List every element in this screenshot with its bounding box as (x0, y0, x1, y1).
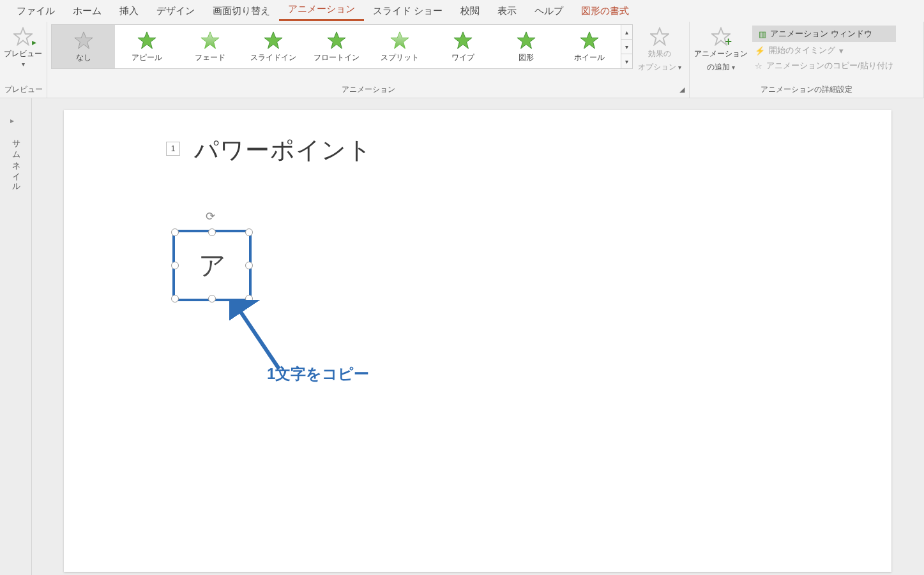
animation-dialog-launcher[interactable]: ◢ (678, 85, 686, 94)
resize-handle-t[interactable] (208, 228, 216, 236)
anim-appear-label: アピール (132, 52, 162, 63)
svg-marker-10 (651, 28, 669, 45)
ribbon-group-preview: プレビュー ▾ プレビュー (0, 22, 47, 98)
preview-star-icon (13, 27, 33, 46)
anim-none[interactable]: なし (52, 25, 115, 68)
slide-canvas[interactable]: 1 パワーポイント ⟳ ア 1文字をコピー (64, 110, 891, 572)
tab-file[interactable]: ファイル (8, 1, 64, 21)
svg-marker-8 (517, 31, 534, 48)
anim-split[interactable]: スプリット (368, 25, 431, 68)
tab-view[interactable]: 表示 (489, 1, 526, 21)
anim-floatin-label: フロートイン (314, 52, 360, 63)
tab-animations[interactable]: アニメーション (279, 0, 364, 21)
chevron-down-icon: ▾ (732, 64, 735, 71)
resize-handle-tr[interactable] (245, 228, 253, 236)
anim-shape-label: 図形 (519, 52, 534, 63)
anim-wheel[interactable]: ホイール (557, 25, 621, 68)
animation-pane-button[interactable]: ▥ アニメーション ウィンドウ (752, 26, 896, 42)
group-label-advanced: アニメーションの詳細設定 (690, 84, 923, 95)
gallery-prev-row[interactable]: ▴ (621, 25, 632, 40)
thumbnail-pane-label: サムネイル (10, 134, 22, 188)
content-area: ▸ サムネイル 1 パワーポイント ⟳ ア (0, 98, 924, 575)
tab-home[interactable]: ホーム (64, 1, 110, 21)
add-animation-icon (711, 27, 731, 46)
animation-pane-icon: ▥ (759, 29, 766, 39)
animation-order-badge[interactable]: 1 (166, 142, 180, 156)
svg-marker-5 (327, 31, 345, 48)
tab-transitions[interactable]: 画面切り替え (204, 1, 279, 21)
resize-handle-tl[interactable] (171, 228, 179, 236)
svg-line-12 (237, 306, 279, 369)
group-label-preview: プレビュー (0, 84, 47, 95)
resize-handle-bl[interactable] (171, 295, 179, 302)
effect-options-l1: 効果の (648, 49, 671, 59)
add-animation-button[interactable]: アニメーション の追加 ▾ (693, 24, 748, 73)
preview-button[interactable]: プレビュー ▾ (4, 24, 42, 68)
anim-appear[interactable]: アピール (115, 25, 178, 68)
trigger-button: ⚡ 開始のタイミング ▾ (752, 43, 896, 57)
effect-options-button: 効果の オプション ▾ (637, 24, 683, 73)
svg-marker-9 (580, 31, 598, 48)
svg-marker-11 (712, 28, 730, 45)
gallery-next-row[interactable]: ▾ (621, 40, 632, 54)
anim-fade[interactable]: フェード (178, 25, 241, 68)
chevron-down-icon: ▾ (839, 46, 844, 56)
gallery-spinner: ▴ ▾ ▾ (621, 24, 633, 69)
anim-wipe-label: ワイプ (451, 52, 474, 63)
tab-slideshow[interactable]: スライド ショー (364, 1, 451, 21)
star-appear-icon (137, 31, 156, 50)
svg-marker-1 (74, 31, 92, 48)
resize-handle-r[interactable] (245, 262, 253, 269)
ribbon: プレビュー ▾ プレビュー なし アピール (0, 22, 924, 98)
resize-handle-l[interactable] (171, 262, 179, 269)
anim-flyin[interactable]: スライドイン (241, 25, 305, 68)
anim-none-label: なし (76, 52, 91, 63)
effect-options-l2: オプション (638, 63, 676, 71)
add-animation-l1: アニメーション (694, 49, 748, 59)
animation-painter-button: ☆ アニメーションのコピー/貼り付け (752, 59, 896, 73)
painter-label: アニメーションのコピー/貼り付け (766, 60, 893, 71)
painter-icon: ☆ (755, 61, 762, 71)
annotation-text: 1文字をコピー (267, 364, 369, 384)
ribbon-group-advanced: アニメーション の追加 ▾ ▥ アニメーション ウィンドウ ⚡ 開始のタイミング… (690, 22, 924, 98)
tab-design[interactable]: デザイン (148, 1, 204, 21)
tab-shape-format[interactable]: 図形の書式 (572, 1, 638, 21)
animation-gallery: なし アピール フェード スライドイン (51, 24, 633, 69)
svg-marker-6 (390, 31, 408, 48)
add-animation-l2: の追加 (707, 63, 730, 71)
preview-label: プレビュー (4, 49, 42, 59)
slide-edit-area[interactable]: 1 パワーポイント ⟳ ア 1文字をコピー (32, 98, 924, 575)
ribbon-tabs: ファイル ホーム 挿入 デザイン 画面切り替え アニメーション スライド ショー… (0, 0, 924, 22)
anim-split-label: スプリット (381, 52, 419, 63)
thumbnail-pane-collapsed[interactable]: ▸ サムネイル (0, 98, 32, 575)
chevron-down-icon: ▾ (22, 61, 25, 68)
star-wheel-icon (580, 31, 599, 50)
star-wipe-icon (453, 31, 473, 50)
expand-thumbnails-icon[interactable]: ▸ (10, 116, 14, 125)
textbox-text[interactable]: ア (199, 248, 226, 283)
trigger-icon: ⚡ (755, 46, 765, 56)
star-flyin-icon (264, 31, 283, 50)
anim-fade-label: フェード (195, 52, 225, 63)
star-split-icon (390, 31, 409, 50)
tab-review[interactable]: 校閲 (451, 1, 489, 21)
animation-pane-label: アニメーション ウィンドウ (770, 28, 872, 40)
anim-wipe[interactable]: ワイプ (431, 25, 494, 68)
svg-marker-0 (14, 28, 32, 45)
rotate-handle-icon[interactable]: ⟳ (206, 209, 215, 223)
tab-insert[interactable]: 挿入 (110, 1, 148, 21)
trigger-label: 開始のタイミング (769, 45, 835, 56)
slide-title[interactable]: パワーポイント (194, 134, 372, 167)
anim-shape[interactable]: 図形 (494, 25, 557, 68)
tab-help[interactable]: ヘルプ (526, 1, 572, 21)
svg-marker-2 (137, 31, 155, 48)
star-fade-icon (201, 31, 220, 50)
svg-marker-3 (201, 31, 218, 48)
group-label-animation: アニメーション (47, 84, 689, 95)
resize-handle-b[interactable] (208, 295, 216, 302)
effect-options-icon (650, 27, 669, 46)
selected-textbox[interactable]: ⟳ ア (172, 230, 252, 301)
anim-wheel-label: ホイール (574, 52, 605, 63)
gallery-expand[interactable]: ▾ (621, 54, 632, 68)
anim-floatin[interactable]: フロートイン (305, 25, 368, 68)
